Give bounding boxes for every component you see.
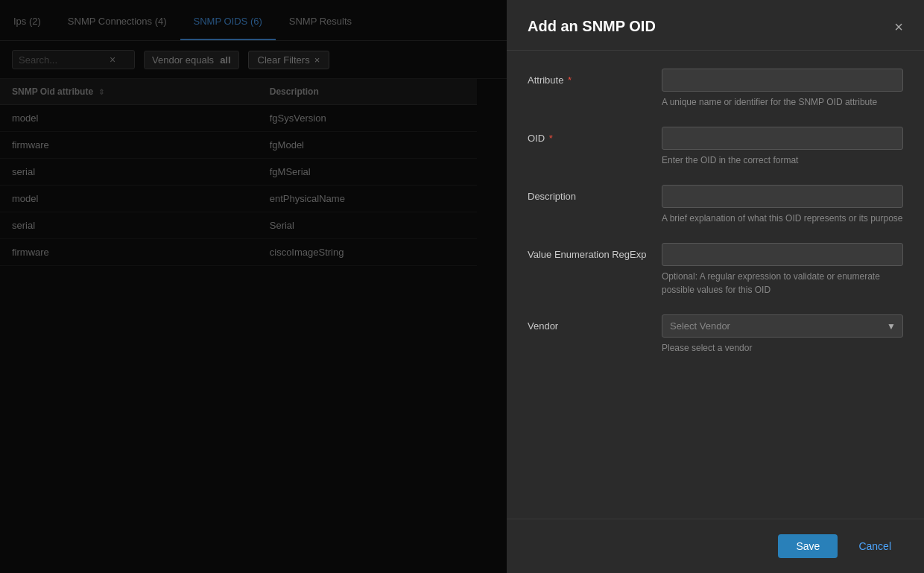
description-field-row: Description A brief explanation of what … [528, 185, 903, 225]
value-enumeration-hint: Optional: A regular expression to valida… [662, 270, 903, 297]
attribute-label: Attribute * [528, 75, 572, 86]
modal-header: Add an SNMP OID × [507, 0, 924, 51]
value-enumeration-label: Value Enumeration RegExp [528, 249, 646, 260]
vendor-input-col: Select Vendor ▼ Please select a vendor [662, 314, 903, 355]
attribute-input[interactable] [662, 69, 903, 92]
oid-label: OID * [528, 133, 553, 144]
oid-label-col: OID * [528, 127, 647, 144]
oid-input-col: Enter the OID in the correct format [662, 127, 903, 167]
modal-close-button[interactable]: × [894, 19, 903, 34]
vendor-label-col: Vendor [528, 314, 647, 332]
oid-hint: Enter the OID in the correct format [662, 153, 903, 167]
attribute-hint: A unique name or identifier for the SNMP… [662, 95, 903, 109]
description-input[interactable] [662, 185, 903, 208]
modal-body: Attribute * A unique name or identifier … [507, 51, 924, 519]
oid-required-marker: * [549, 133, 553, 144]
value-enumeration-input[interactable] [662, 243, 903, 266]
description-label: Description [528, 191, 576, 202]
modal-footer: Save Cancel [507, 519, 924, 573]
modal-overlay: Add an SNMP OID × Attribute * A unique n… [0, 0, 924, 573]
attribute-required-marker: * [568, 75, 572, 86]
vendor-field-row: Vendor Select Vendor ▼ Please select a v… [528, 314, 903, 355]
description-input-col: A brief explanation of what this OID rep… [662, 185, 903, 225]
vendor-select[interactable]: Select Vendor [662, 314, 903, 338]
oid-input[interactable] [662, 127, 903, 150]
description-hint: A brief explanation of what this OID rep… [662, 212, 903, 225]
cancel-button[interactable]: Cancel [847, 534, 903, 558]
attribute-input-col: A unique name or identifier for the SNMP… [662, 69, 903, 109]
vendor-hint: Please select a vendor [662, 341, 903, 355]
vendor-label: Vendor [528, 320, 558, 332]
value-enumeration-input-col: Optional: A regular expression to valida… [662, 243, 903, 297]
oid-field-row: OID * Enter the OID in the correct forma… [528, 127, 903, 167]
attribute-field-row: Attribute * A unique name or identifier … [528, 69, 903, 109]
attribute-label-col: Attribute * [528, 69, 647, 86]
save-button[interactable]: Save [778, 534, 838, 558]
modal-title: Add an SNMP OID [528, 18, 656, 35]
value-enumeration-label-col: Value Enumeration RegExp [528, 243, 647, 260]
add-snmp-oid-modal: Add an SNMP OID × Attribute * A unique n… [507, 0, 924, 573]
description-label-col: Description [528, 185, 647, 202]
value-enumeration-field-row: Value Enumeration RegExp Optional: A reg… [528, 243, 903, 297]
vendor-select-wrapper: Select Vendor ▼ [662, 314, 903, 338]
